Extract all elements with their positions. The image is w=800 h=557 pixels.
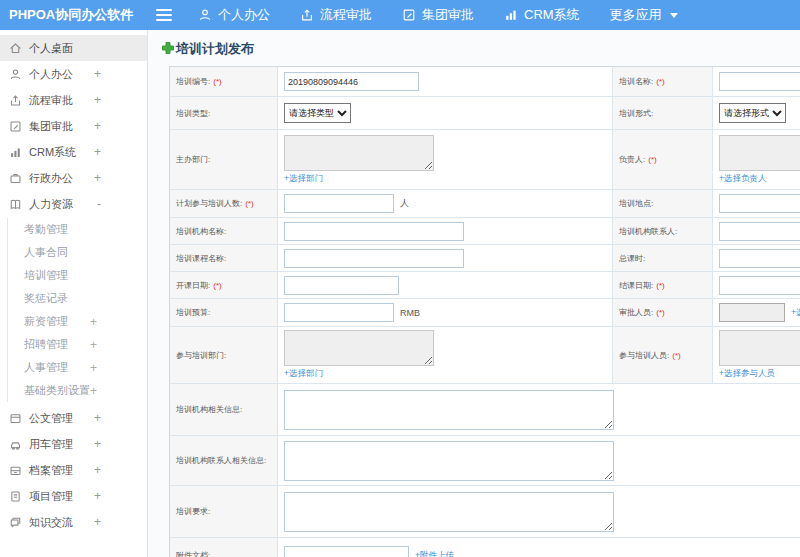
select-approver-link[interactable]: +选择审批人员 bbox=[791, 307, 800, 319]
sidebar-item-group-approval[interactable]: 集团审批 + bbox=[0, 113, 147, 139]
training-no-input[interactable] bbox=[284, 72, 419, 91]
expand-toggle[interactable]: + bbox=[94, 437, 101, 451]
requirement-textarea[interactable] bbox=[284, 492, 614, 532]
training-type-select[interactable]: 请选择类型 bbox=[284, 103, 351, 123]
topnav-crm[interactable]: CRM系统 bbox=[504, 6, 580, 24]
sidebar-item-personal-office[interactable]: 个人办公 + bbox=[0, 61, 147, 87]
sidebar-item-crm[interactable]: CRM系统 + bbox=[0, 139, 147, 165]
select-join-dept-link[interactable]: +选择部门 bbox=[284, 368, 323, 380]
sidebar-item-desktop[interactable]: 个人桌面 bbox=[0, 35, 147, 61]
topnav-flow-approval[interactable]: 流程审批 bbox=[300, 6, 372, 24]
label-planned-count: 计划参与培训人数:(*) bbox=[170, 190, 278, 218]
field-course-name bbox=[278, 245, 613, 272]
sidebar-subitem-rewards[interactable]: 奖惩记录 bbox=[8, 287, 147, 310]
sidebar-subitem-recruit[interactable]: 招聘管理+ bbox=[8, 333, 147, 356]
field-leader: +选择负责人 bbox=[713, 130, 800, 190]
planned-count-input[interactable] bbox=[284, 194, 394, 213]
approver-box[interactable] bbox=[719, 303, 785, 322]
label-leader: 负责人:(*) bbox=[613, 130, 713, 190]
expand-toggle[interactable]: + bbox=[94, 119, 101, 133]
sidebar-subitem-base-category[interactable]: 基础类别设置+ bbox=[8, 379, 147, 402]
expand-toggle[interactable]: + bbox=[94, 145, 101, 159]
expand-toggle[interactable]: + bbox=[90, 315, 97, 329]
expand-toggle[interactable]: + bbox=[94, 93, 101, 107]
book-icon bbox=[9, 198, 22, 211]
app-logo: PHPOA协同办公软件 bbox=[0, 6, 148, 24]
topnav-group-approval[interactable]: 集团审批 bbox=[402, 6, 474, 24]
training-name-input[interactable] bbox=[719, 72, 800, 91]
field-place bbox=[713, 190, 800, 218]
topbar: PHPOA协同办公软件 个人办公 流程审批 集团审批 CRM系统 更多应用 bbox=[0, 0, 800, 30]
chart-icon bbox=[504, 8, 518, 22]
briefcase-icon bbox=[9, 172, 22, 185]
org-name-input[interactable] bbox=[284, 222, 464, 241]
total-hours-input[interactable] bbox=[719, 249, 800, 268]
collapse-toggle[interactable]: - bbox=[97, 197, 101, 211]
top-nav: 个人办公 流程审批 集团审批 CRM系统 更多应用 bbox=[198, 6, 708, 24]
expand-toggle[interactable]: + bbox=[90, 338, 97, 352]
sidebar: 个人桌面 个人办公 + 流程审批 + 集团审批 + CRM系统 + 行政办公 + bbox=[0, 30, 148, 557]
field-join-dept: +选择部门 bbox=[278, 327, 613, 384]
leader-textarea[interactable] bbox=[719, 135, 800, 171]
org-info-textarea[interactable] bbox=[284, 390, 614, 430]
sidebar-subitem-salary[interactable]: 薪资管理+ bbox=[8, 310, 147, 333]
label-training-form: 培训形式: bbox=[613, 97, 713, 130]
expand-toggle[interactable]: + bbox=[90, 361, 97, 375]
training-form-select[interactable]: 请选择形式 bbox=[719, 103, 786, 123]
user-icon bbox=[9, 68, 22, 81]
sidebar-item-vehicle[interactable]: 用车管理 + bbox=[0, 431, 147, 457]
expand-toggle[interactable]: + bbox=[90, 384, 97, 398]
field-org-name bbox=[278, 218, 613, 245]
label-org-contact: 培训机构联系人: bbox=[613, 218, 713, 245]
sidebar-item-archive[interactable]: 档案管理 + bbox=[0, 457, 147, 483]
join-dept-textarea[interactable] bbox=[284, 330, 434, 366]
label-host-dept: 主办部门: bbox=[170, 130, 278, 190]
attachment-input[interactable] bbox=[284, 546, 409, 557]
topnav-personal-office[interactable]: 个人办公 bbox=[198, 6, 270, 24]
sidebar-item-hr[interactable]: 人力资源 - bbox=[0, 191, 147, 217]
field-training-type: 请选择类型 bbox=[278, 97, 613, 130]
sidebar-subitem-training[interactable]: 培训管理 bbox=[8, 264, 147, 287]
course-name-input[interactable] bbox=[284, 249, 464, 268]
start-date-input[interactable] bbox=[284, 276, 399, 295]
select-leader-link[interactable]: +选择负责人 bbox=[719, 173, 766, 185]
expand-toggle[interactable]: + bbox=[94, 67, 101, 81]
end-date-input[interactable] bbox=[719, 276, 800, 295]
label-budget: 培训预算: bbox=[170, 299, 278, 327]
plus-icon bbox=[162, 42, 176, 57]
field-training-no bbox=[278, 67, 613, 97]
select-trainees-link[interactable]: +选择参与人员 bbox=[719, 368, 775, 380]
hamburger-icon[interactable] bbox=[156, 6, 172, 24]
field-approver: +选择审批人员 bbox=[713, 299, 800, 327]
select-dept-link[interactable]: +选择部门 bbox=[284, 173, 323, 185]
org-contact-input[interactable] bbox=[719, 222, 800, 241]
topnav-more-apps[interactable]: 更多应用 bbox=[610, 6, 678, 24]
sidebar-subitem-attendance[interactable]: 考勤管理 bbox=[8, 218, 147, 241]
attachment-upload-link[interactable]: +附件上传 bbox=[415, 550, 454, 557]
label-trainees: 参与培训人员:(*) bbox=[613, 327, 713, 384]
sidebar-hr-submenu: 考勤管理 人事合同 培训管理 奖惩记录 薪资管理+ 招聘管理+ 人事管理+ 基础… bbox=[7, 218, 147, 402]
expand-toggle[interactable]: + bbox=[94, 463, 101, 477]
training-plan-form: 培训编号:(*) 培训名称:(*) 培训类型: 请选择类型 培训形式: 请选择形… bbox=[169, 66, 800, 557]
sidebar-item-knowledge[interactable]: 知识交流 + bbox=[0, 509, 147, 535]
sidebar-item-official-doc[interactable]: 公文管理 + bbox=[0, 405, 147, 431]
expand-toggle[interactable]: + bbox=[94, 515, 101, 529]
chat-icon bbox=[9, 516, 22, 529]
trainees-textarea[interactable] bbox=[719, 330, 800, 366]
expand-toggle[interactable]: + bbox=[94, 489, 101, 503]
sidebar-subitem-personnel[interactable]: 人事管理+ bbox=[8, 356, 147, 379]
label-training-no: 培训编号:(*) bbox=[170, 67, 278, 97]
label-org-name: 培训机构名称: bbox=[170, 218, 278, 245]
host-dept-textarea[interactable] bbox=[284, 135, 434, 171]
sidebar-item-project[interactable]: 项目管理 + bbox=[0, 483, 147, 509]
expand-toggle[interactable]: + bbox=[94, 171, 101, 185]
sidebar-item-flow-approval[interactable]: 流程审批 + bbox=[0, 87, 147, 113]
sidebar-item-admin-office[interactable]: 行政办公 + bbox=[0, 165, 147, 191]
contact-info-textarea[interactable] bbox=[284, 441, 614, 481]
field-total-hours bbox=[713, 245, 800, 272]
place-input[interactable] bbox=[719, 194, 800, 213]
sidebar-subitem-hr-contract[interactable]: 人事合同 bbox=[8, 241, 147, 264]
budget-input[interactable] bbox=[284, 303, 394, 322]
expand-toggle[interactable]: + bbox=[94, 411, 101, 425]
label-join-dept: 参与培训部门: bbox=[170, 327, 278, 384]
